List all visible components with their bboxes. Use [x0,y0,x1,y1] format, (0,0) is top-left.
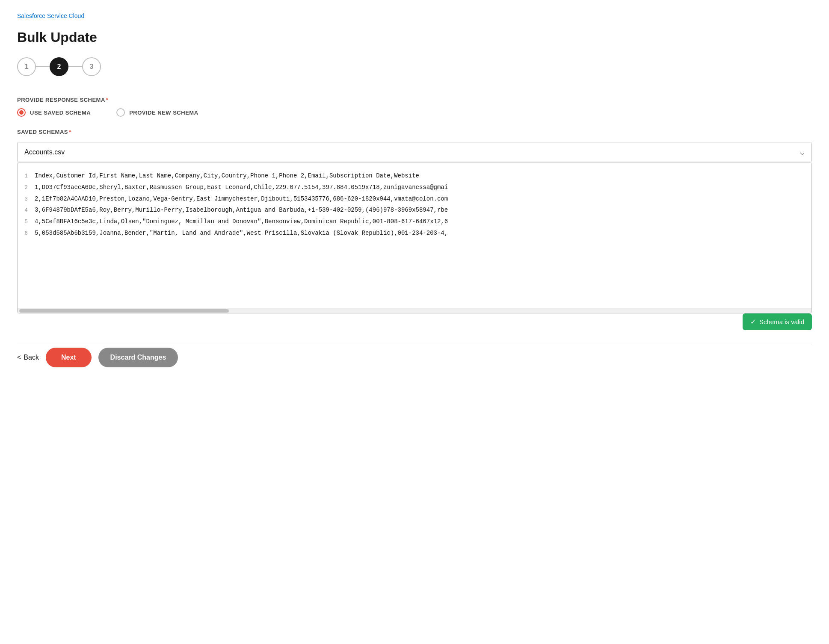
back-button[interactable]: < Back [17,354,39,361]
line-number: 5 [18,218,35,227]
saved-schemas-required: * [69,129,71,135]
check-icon: ✓ [750,318,756,326]
step-2[interactable]: 2 [50,57,68,76]
table-row: 43,6F94879bDAfE5a6,Roy,Berry,Murillo-Per… [18,204,811,216]
line-content: Index,Customer Id,First Name,Last Name,C… [35,171,419,180]
step-1[interactable]: 1 [17,57,36,76]
required-star: * [106,97,109,103]
schemas-dropdown-wrapper: Accounts.csvContacts.csvLeads.csv ⌵ [17,142,812,162]
schemas-dropdown[interactable]: Accounts.csvContacts.csvLeads.csv [18,142,811,162]
scrollbar-thumb[interactable] [19,309,229,313]
radio-use-saved[interactable]: USE SAVED SCHEMA [17,108,91,117]
radio-group: USE SAVED SCHEMA PROVIDE NEW SCHEMA [17,108,812,117]
next-button[interactable]: Next [46,348,92,367]
code-preview-container: 1Index,Customer Id,First Name,Last Name,… [17,162,812,313]
step-3[interactable]: 3 [82,57,101,76]
line-content: 1,DD37Cf93aecA6Dc,Sheryl,Baxter,Rasmusse… [35,183,448,192]
schema-section-label: PROVIDE RESPONSE SCHEMA* [17,97,812,103]
table-row: 32,1Ef7b82A4CAAD10,Preston,Lozano,Vega-G… [18,193,811,205]
step-connector-1 [36,66,50,67]
line-content: 4,5Cef8BFA16c5e3c,Linda,Olsen,"Dominguez… [35,217,448,226]
horizontal-scrollbar[interactable] [18,308,811,313]
stepper: 1 2 3 [17,57,812,76]
radio-use-saved-label: USE SAVED SCHEMA [30,109,91,116]
table-row: 54,5Cef8BFA16c5e3c,Linda,Olsen,"Domingue… [18,216,811,227]
schema-valid-badge: ✓ Schema is valid [743,313,812,330]
table-row: 1Index,Customer Id,First Name,Last Name,… [18,166,811,182]
line-number: 2 [18,183,35,192]
code-preview: 1Index,Customer Id,First Name,Last Name,… [18,162,811,308]
step-connector-2 [68,66,82,67]
line-content: 3,6F94879bDAfE5a6,Roy,Berry,Murillo-Perr… [35,205,448,215]
page-title: Bulk Update [17,30,812,45]
line-number: 6 [18,229,35,238]
radio-provide-new-input[interactable] [116,108,125,117]
line-content: 5,053d585Ab6b3159,Joanna,Bender,"Martin,… [35,228,448,238]
breadcrumb-link[interactable]: Salesforce Service Cloud [17,12,84,19]
line-number: 4 [18,206,35,215]
left-arrow-icon: < [17,354,21,361]
radio-provide-new-label: PROVIDE NEW SCHEMA [129,109,198,116]
code-body: 1Index,Customer Id,First Name,Last Name,… [18,162,811,308]
bottom-bar: < Back Next Discard Changes [17,344,812,367]
schema-valid-label: Schema is valid [759,318,804,325]
schema-valid-container: ✓ Schema is valid [17,313,812,330]
radio-use-saved-input[interactable] [17,108,26,117]
discard-changes-button[interactable]: Discard Changes [98,348,178,367]
table-row: 65,053d585Ab6b3159,Joanna,Bender,"Martin… [18,227,811,239]
saved-schemas-label: SAVED SCHEMAS* [17,129,812,135]
radio-provide-new[interactable]: PROVIDE NEW SCHEMA [116,108,198,117]
line-number: 1 [18,172,35,181]
page-container: Salesforce Service Cloud Bulk Update 1 2… [0,0,829,644]
table-row: 21,DD37Cf93aecA6Dc,Sheryl,Baxter,Rasmuss… [18,182,811,193]
line-number: 3 [18,195,35,204]
line-content: 2,1Ef7b82A4CAAD10,Preston,Lozano,Vega-Ge… [35,194,448,204]
